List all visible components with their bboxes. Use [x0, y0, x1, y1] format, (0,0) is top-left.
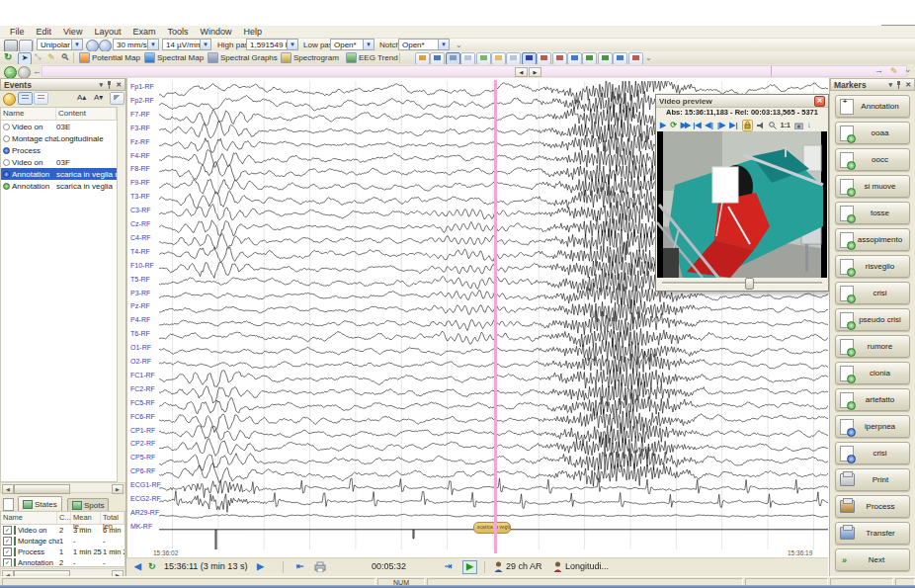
marker-button-crisi[interactable]: crisi	[835, 442, 910, 464]
skip-to-start-icon[interactable]: ⇤	[296, 561, 304, 571]
scroll-thumb[interactable]	[14, 484, 70, 494]
low-pass-select[interactable]: Open*▼	[330, 39, 374, 50]
marker-button-pseudo-crisi[interactable]: pseudo crisi	[835, 308, 910, 331]
chevron-down-icon[interactable]: ▼	[287, 40, 297, 49]
timeline-overflow-icon[interactable]: ⌄	[904, 64, 912, 74]
speed-select[interactable]: 30 mm/sec▼	[113, 39, 159, 50]
marker-button-annotation[interactable]: +Annotation	[835, 95, 910, 118]
loop-icon[interactable]: ⟳	[670, 121, 677, 129]
expand-panel-icon[interactable]	[110, 92, 125, 105]
skip-start-icon[interactable]: |◀	[693, 121, 701, 129]
marker-button-iperpnea[interactable]: iperpnea	[835, 415, 910, 438]
events-table[interactable]: Name Content Video on03EMontage changedL…	[0, 107, 118, 482]
skip-end-icon[interactable]: ▶|	[729, 121, 737, 129]
state-row[interactable]: ✓Process11 min 25 s1 min 25	[1, 546, 125, 557]
potential-map-button[interactable]: Potential Map	[77, 51, 142, 64]
toolbar-overflow-icon[interactable]: ⌄	[642, 51, 655, 63]
timeline-right-arrow[interactable]: ▶	[529, 67, 541, 77]
time-cursor[interactable]	[494, 80, 497, 553]
menu-edit[interactable]: Edit	[31, 27, 58, 37]
state-checkbox[interactable]: ✓	[3, 526, 12, 535]
play-icon[interactable]: ▶	[660, 121, 666, 129]
chevron-down-icon[interactable]: ▼	[438, 40, 449, 49]
state-checkbox[interactable]: ✓	[3, 537, 12, 546]
new-event-icon[interactable]	[3, 93, 16, 106]
timeline-scrollbar[interactable]: ◀ ▶ → ✎ ⌄	[42, 65, 907, 77]
marker-button-process[interactable]: Process	[835, 495, 910, 518]
event-row[interactable]: Video on03E	[1, 121, 117, 132]
auto-scroll-icon[interactable]: ↻	[148, 561, 156, 571]
audio-icon[interactable]	[757, 122, 765, 129]
timeline-next-page-icon[interactable]: →	[874, 65, 883, 75]
close-panel-icon[interactable]: ✕	[905, 81, 911, 89]
timeline-left-arrow[interactable]: ◀	[515, 67, 528, 77]
menu-view[interactable]: View	[57, 27, 88, 37]
marker-button-crisi[interactable]: crisi	[835, 282, 910, 304]
slider-track[interactable]	[662, 282, 822, 285]
video-position-slider[interactable]	[662, 278, 822, 288]
pin-icon[interactable]	[895, 81, 902, 89]
zoom-icon[interactable]	[769, 122, 777, 129]
menu-layout[interactable]: Layout	[88, 27, 126, 37]
refresh-icon[interactable]: ↻	[4, 52, 16, 63]
state-checkbox[interactable]: ✓	[3, 547, 12, 556]
chevron-down-icon[interactable]: ▼	[147, 40, 158, 49]
video-sync-icon[interactable]: ▶	[462, 560, 477, 574]
fast-forward-icon[interactable]: ▶▶	[681, 121, 689, 129]
annotation-balloon[interactable]: scarica in veglia non sincrona	[473, 522, 511, 534]
menu-file[interactable]: File	[4, 27, 31, 37]
marker-button-rumore[interactable]: rumore	[835, 335, 910, 358]
event-row[interactable]: Process	[1, 144, 117, 156]
spectrogram-button[interactable]: Spectrogram	[279, 51, 341, 64]
measure-tool-icon[interactable]: ⤡	[32, 52, 43, 63]
pin-icon[interactable]	[106, 81, 113, 89]
zoom-tool-icon[interactable]: 🔍︎	[59, 52, 71, 63]
tab-spots[interactable]: Spots	[67, 498, 109, 511]
toolbar-overflow-icon[interactable]: ⌄	[453, 39, 465, 50]
state-row[interactable]: ✓Montage changed1--	[1, 536, 125, 546]
page-forward-icon[interactable]: ▶	[257, 561, 264, 571]
one-to-one-icon[interactable]: 1:1	[781, 122, 790, 128]
event-row[interactable]: Annotationscarica in veglia non sincrona	[1, 168, 117, 180]
eeg-trend-button[interactable]: EEG Trend	[344, 51, 400, 64]
events-table-header[interactable]: Name Content	[1, 108, 117, 121]
states-table-header[interactable]: Name C... Mean le... Total len	[1, 512, 125, 525]
sort-events-icon[interactable]	[34, 92, 48, 105]
state-checkbox[interactable]: ✓	[3, 558, 12, 567]
sensitivity-select[interactable]: 14 µV/mm▼	[162, 39, 211, 50]
event-row[interactable]: Montage changedLongitudinale	[1, 132, 117, 144]
frame-forward-icon[interactable]: |▶	[717, 121, 725, 129]
panel-page-icon[interactable]	[3, 498, 14, 511]
marker-button-clonia[interactable]: clonia	[835, 362, 910, 384]
snapshot-icon[interactable]	[794, 122, 803, 129]
events-vertical-scrollbar[interactable]	[118, 107, 125, 482]
state-row[interactable]: ✓Annotation2--	[1, 557, 125, 567]
marker-button-si-muove[interactable]: si muove	[835, 175, 910, 198]
marker-button-assopimento[interactable]: assopimento	[835, 228, 910, 251]
high-pass-select[interactable]: 1,591549 Hz*▼	[246, 39, 298, 50]
menu-window[interactable]: Window	[194, 27, 237, 37]
tab-states[interactable]: States	[18, 496, 62, 511]
skip-to-end-icon[interactable]: ⇥	[445, 561, 453, 571]
spectral-graphs-button[interactable]: Spectral Graphs	[206, 51, 280, 64]
state-row[interactable]: ✓Video on23 min6 min	[1, 525, 125, 536]
font-smaller-icon[interactable]: A▾	[94, 93, 103, 102]
marker-button-transfer[interactable]: Transfer	[835, 522, 910, 545]
montage-name-label[interactable]: Longitudi...	[565, 561, 609, 571]
marker-button-print[interactable]: Print	[835, 468, 910, 491]
scroll-right-icon[interactable]: ▶	[112, 484, 124, 494]
marker-button-oocc[interactable]: oocc	[835, 148, 910, 171]
panel-menu-icon[interactable]: ▾	[100, 81, 104, 89]
menu-exam[interactable]: Exam	[126, 27, 161, 37]
page-back-icon[interactable]: ◀	[134, 561, 141, 571]
menu-help[interactable]: Help	[237, 27, 268, 37]
close-video-icon[interactable]: ✕	[814, 96, 825, 107]
marker-button-tosse[interactable]: tosse	[835, 202, 910, 224]
scroll-left-icon[interactable]: ◀	[2, 484, 14, 494]
print-page-icon[interactable]	[314, 561, 326, 572]
font-larger-icon[interactable]: A▴	[77, 93, 86, 102]
events-horizontal-scrollbar[interactable]: ◀ ▶	[0, 482, 125, 493]
marker-button-risveglio[interactable]: risveglio	[835, 255, 910, 278]
notch-select[interactable]: Open*▼	[398, 39, 450, 50]
spectral-map-button[interactable]: Spectral Map	[142, 51, 206, 64]
